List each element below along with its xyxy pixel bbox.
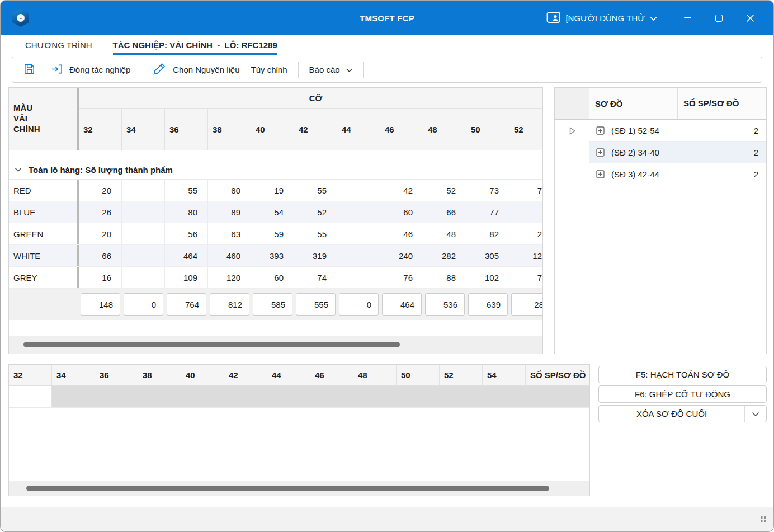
quantity-cell[interactable]: 460 [208,245,251,266]
choose-material-button[interactable]: Chọn Nguyên liệu [149,59,243,80]
f5-calculate-schema-button[interactable]: F5: HẠCH TOÁN SƠ ĐỒ [598,366,767,383]
expand-icon[interactable] [596,148,605,157]
quantity-cell[interactable]: 305 [466,245,509,266]
quantity-cell[interactable]: 76 [380,267,423,288]
chevron-down-icon[interactable] [15,164,22,175]
resize-grip-icon[interactable] [761,516,767,526]
quantity-cell[interactable]: 42 [380,180,423,201]
quantity-cell[interactable]: 80 [165,201,208,223]
quantity-cell[interactable]: 55 [294,180,337,201]
expand-icon[interactable] [596,126,605,135]
quantity-cell[interactable] [337,201,380,223]
size-group-header: CỠ [79,88,543,109]
quantity-cell[interactable]: 464 [165,245,208,266]
quantity-cell[interactable] [122,223,165,244]
minimize-button[interactable] [672,6,703,30]
maximize-button[interactable] [703,6,734,30]
schema-row[interactable]: (SĐ 1) 52-542 [555,120,766,142]
customize-button[interactable]: Tùy chỉnh [248,63,291,77]
quantity-cell[interactable]: 319 [294,245,337,266]
quantity-cell[interactable]: 20 [79,180,122,201]
close-task-button[interactable]: Đóng tác nghiệp [47,60,134,79]
quantity-cell[interactable]: 102 [466,267,509,288]
column-total-input[interactable]: 585 [253,293,292,316]
scrollbar-thumb[interactable] [26,486,549,491]
quantity-cell[interactable]: 74 [294,267,337,288]
quantity-cell[interactable]: 60 [251,267,294,288]
quantity-cell[interactable]: 89 [208,201,251,223]
quantity-cell[interactable]: 7 [509,267,543,288]
column-total-input[interactable]: 639 [468,293,508,316]
quantity-cell[interactable] [122,180,165,201]
delete-last-schema-button[interactable]: XÓA SƠ ĐỒ CUỐI [599,406,745,422]
horizontal-scrollbar[interactable] [9,481,589,496]
quantity-cell[interactable]: 26 [79,201,122,223]
save-button[interactable] [20,60,39,79]
quantity-cell[interactable]: 80 [208,180,251,201]
column-total-input[interactable]: 536 [425,293,465,316]
scrollbar-thumb[interactable] [23,342,400,347]
quantity-cell[interactable] [122,267,165,288]
quantity-cell[interactable]: 63 [208,223,251,244]
quantity-cell[interactable]: 20 [79,223,122,244]
quantity-cell[interactable] [337,267,380,288]
quantity-cell[interactable]: 55 [165,180,208,201]
report-dropdown[interactable]: Báo cáo [306,63,356,77]
quantity-cell[interactable]: 12 [509,245,543,266]
quantity-cell[interactable]: 77 [466,201,509,223]
quantity-cell[interactable]: 48 [423,223,466,244]
schema-name-cell[interactable]: (SĐ 3) 42-44 [589,163,678,185]
quantity-cell[interactable]: 54 [251,201,294,223]
marker-empty-row[interactable] [9,386,590,408]
quantity-cell[interactable]: 16 [79,267,122,288]
quantity-cell[interactable]: 88 [423,267,466,288]
column-total-input[interactable]: 555 [296,293,336,316]
column-total-input[interactable]: 148 [81,293,120,316]
quantity-cell[interactable]: 2 [509,223,543,244]
quantity-cell[interactable] [337,180,380,201]
column-total-input[interactable]: 0 [124,293,163,316]
quantity-cell[interactable]: 60 [380,201,423,223]
user-menu[interactable]: [NGƯỜI DÙNG THỬ [546,11,657,25]
quantity-cell[interactable]: 109 [165,267,208,288]
column-total-input[interactable]: 764 [167,293,206,316]
quantity-cell[interactable]: 52 [423,180,466,201]
quantity-cell[interactable]: 393 [251,245,294,266]
quantity-cell[interactable]: 52 [294,201,337,223]
horizontal-scrollbar[interactable] [9,336,542,354]
quantity-cell[interactable]: 59 [251,223,294,244]
quantity-cell[interactable] [337,245,380,266]
tab-tac-nghiep-vai-chinh[interactable]: TÁC NGHIỆP: VẢI CHÍNH - LÔ: RFC1289 [113,35,277,55]
marker-row-cell[interactable] [9,386,52,407]
schema-row[interactable]: (SĐ 3) 42-442 [555,163,766,185]
column-total-input[interactable]: 812 [210,293,249,316]
quantity-cell[interactable] [337,223,380,244]
quantity-cell[interactable] [122,245,165,266]
quantity-cell[interactable]: 120 [208,267,251,288]
tab-chuong-trinh[interactable]: CHƯƠNG TRÌNH [25,35,92,55]
quantity-cell[interactable]: 82 [466,223,509,244]
group-row[interactable]: Toàn lô hàng: Số lượng thành phẩm [9,150,543,180]
quantity-cell[interactable]: 66 [423,201,466,223]
f6-auto-match-size-button[interactable]: F6: GHÉP CỠ TỰ ĐỘNG [598,385,767,403]
delete-options-dropdown-button[interactable] [745,406,766,422]
column-total-input[interactable]: 0 [339,293,379,316]
schema-row[interactable]: (SĐ 2) 34-402 [555,142,766,163]
quantity-cell[interactable]: 56 [165,223,208,244]
quantity-cell[interactable]: 46 [380,223,423,244]
quantity-cell[interactable] [509,201,543,223]
quantity-cell[interactable] [122,201,165,223]
quantity-cell[interactable]: 240 [380,245,423,266]
quantity-cell[interactable]: 55 [294,223,337,244]
column-total-input[interactable]: 28 [511,293,543,316]
quantity-cell[interactable]: 7 [509,180,543,201]
expand-icon[interactable] [596,170,605,178]
quantity-cell[interactable]: 19 [251,180,294,201]
quantity-cell[interactable]: 73 [466,180,509,201]
column-total-input[interactable]: 464 [382,293,422,316]
schema-name-cell[interactable]: (SĐ 1) 52-54 [589,120,678,142]
quantity-cell[interactable]: 66 [79,245,122,266]
close-button[interactable] [734,6,766,30]
quantity-cell[interactable]: 282 [423,245,466,266]
schema-name-cell[interactable]: (SĐ 2) 34-40 [589,142,678,163]
